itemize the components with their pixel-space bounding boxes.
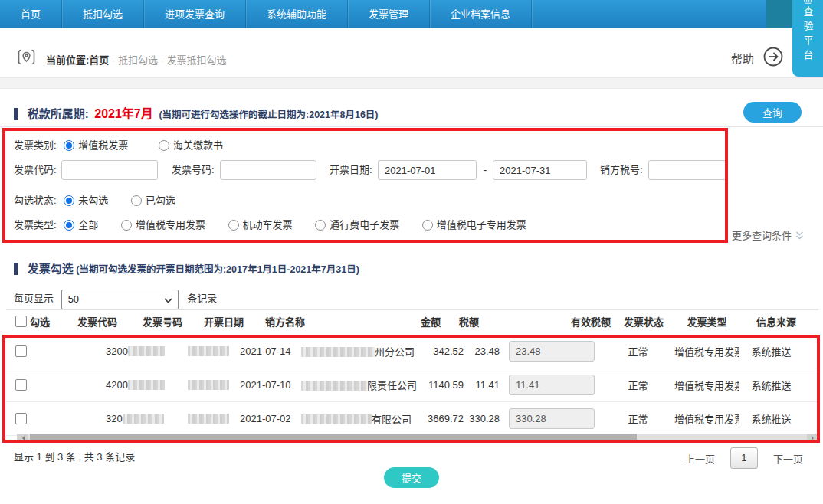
seller-tax-no-input[interactable] — [648, 160, 726, 180]
radio-option-customs-payment[interactable]: 海关缴款书 — [159, 139, 223, 151]
radio-option-unchecked[interactable]: 未勾选 — [64, 195, 108, 206]
row-checkbox[interactable] — [15, 413, 27, 424]
more-conditions-link[interactable]: 更多查询条件 — [732, 227, 805, 242]
radio-option-vat-invoice[interactable]: 增值税发票 — [64, 139, 128, 151]
redacted-seller-name — [301, 381, 367, 391]
nav-item-invoice-mgmt[interactable]: 发票管理 — [348, 0, 430, 28]
invoice-number-label: 发票号码: — [172, 160, 215, 180]
cell-invoice-date: 2021-07-02 — [234, 413, 295, 424]
radio-label: 海关缴款书 — [173, 139, 223, 151]
next-page-button[interactable]: 下一页 — [773, 451, 803, 466]
redacted-invoice-number — [188, 380, 229, 390]
header-effective-tax: 有效税额 — [479, 310, 613, 335]
cell-status: 正常 — [602, 378, 674, 392]
header-info-source: 信息来源 — [739, 310, 813, 335]
invoice-verify-platform-tab[interactable]: 票 查验平台 — [792, 0, 823, 77]
invoice-code-input[interactable] — [61, 160, 158, 180]
table-row: 3200 2021-07-14 州分公司 342.52 23.48 正常 增值税… — [6, 335, 818, 368]
cell-status: 正常 — [602, 344, 674, 358]
effective-tax-input[interactable] — [509, 341, 595, 362]
invoice-date-to-input[interactable] — [493, 160, 587, 180]
radio-label: 已勾选 — [146, 195, 175, 206]
help-arrow-icon[interactable] — [762, 45, 785, 68]
top-nav: 首页 抵扣勾选 进项发票查询 系统辅助功能 发票管理 企业档案信息 — [0, 0, 823, 28]
radio-option-motor-vehicle[interactable]: 机动车发票 — [228, 219, 293, 231]
prev-page-button[interactable]: 上一页 — [685, 451, 715, 466]
date-range-separator: - — [484, 160, 487, 180]
help-label[interactable]: 帮助 — [731, 50, 754, 66]
invoice-date-from-input[interactable] — [378, 160, 477, 180]
invoice-category-row: 发票类别: 增值税发票 海关缴款书 — [14, 136, 815, 155]
select-all-checkbox[interactable] — [15, 316, 27, 327]
redacted-seller-name — [301, 347, 375, 357]
invoice-number-input[interactable] — [220, 160, 316, 180]
radio-option-toll-electronic[interactable]: 通行费电子发票 — [315, 219, 399, 231]
page-number-button[interactable]: 1 — [730, 447, 758, 469]
location-map-icon — [16, 47, 37, 67]
header-invoice-code: 发票代码 — [73, 310, 138, 335]
radio-icon — [422, 220, 433, 231]
invoice-check-note: (当期可勾选发票的开票日期范围为:2017年1月1日-2021年7月31日) — [76, 264, 359, 275]
nav-item-home[interactable]: 首页 — [0, 0, 62, 28]
radio-label: 全部 — [78, 219, 98, 231]
horizontal-scrollbar[interactable] — [17, 434, 818, 442]
check-status-row: 勾选状态: 未勾选 已勾选 — [14, 191, 815, 211]
invoice-date-label: 开票日期: — [330, 160, 372, 180]
nav-item-input-invoice-query[interactable]: 进项发票查询 — [144, 0, 246, 28]
check-status-label: 勾选状态: — [14, 195, 57, 206]
cell-invoice-code-prefix: 320 — [106, 413, 123, 424]
nav-item-company-archive[interactable]: 企业档案信息 — [430, 0, 532, 28]
radio-option-checked[interactable]: 已勾选 — [131, 195, 175, 206]
row-checkbox[interactable] — [15, 379, 27, 391]
breadcrumb-path[interactable]: - 抵扣勾选 - 发票抵扣勾选 — [109, 54, 226, 66]
side-tab-partial-char: 票 — [802, 0, 812, 4]
radio-option-vat-special[interactable]: 增值税专用发票 — [121, 219, 205, 231]
cell-seller-suffix: 州分公司 — [375, 346, 415, 358]
radio-option-all[interactable]: 全部 — [64, 219, 98, 231]
row-checkbox[interactable] — [15, 345, 27, 357]
section-divider-band — [0, 77, 823, 89]
tax-period-title: 税款所属期: — [28, 107, 89, 120]
cell-amount: 342.52 — [421, 345, 464, 357]
effective-tax-input[interactable] — [509, 408, 595, 429]
cell-seller-suffix: 限责任公司 — [367, 380, 417, 391]
cell-tax: 330.28 — [464, 413, 500, 424]
submit-button[interactable]: 提交 — [384, 467, 439, 488]
invoice-check-title: 发票勾选 — [28, 262, 74, 275]
radio-icon — [121, 220, 132, 231]
cell-status: 正常 — [602, 411, 674, 426]
radio-label: 增值税专用发票 — [136, 219, 205, 231]
radio-icon — [315, 220, 326, 231]
radio-option-vat-electronic-special[interactable]: 增值税电子专用发票 — [422, 219, 526, 231]
page-size-value: 50 — [68, 293, 79, 305]
tax-period-section: 税款所属期: 2021年7月 (当期可进行勾选操作的截止日期为:2021年8月1… — [0, 100, 823, 126]
invoice-code-label: 发票代码: — [14, 160, 57, 180]
cell-type: 增值税专用发票 — [674, 411, 739, 426]
page-size-select[interactable]: 50 — [61, 290, 179, 309]
cell-invoice-code-prefix: 4200 — [106, 379, 128, 391]
redacted-seller-name — [301, 414, 372, 424]
invoice-type-label: 发票类型: — [14, 219, 57, 231]
header-invoice-number: 发票号码 — [138, 310, 199, 335]
radio-label: 未勾选 — [78, 195, 108, 206]
page-size-row: 每页显示 50 条记录 — [14, 289, 217, 309]
effective-tax-input[interactable] — [509, 375, 595, 395]
query-button[interactable]: 查询 — [743, 102, 802, 123]
section-marker-bar — [14, 108, 18, 120]
radio-icon — [131, 195, 142, 206]
scrollbar-right-arrow[interactable] — [807, 434, 818, 442]
nav-item-system-aux[interactable]: 系统辅助功能 — [246, 0, 348, 28]
records-suffix-label: 条记录 — [187, 293, 217, 304]
nav-item-deduction-check[interactable]: 抵扣勾选 — [62, 0, 144, 28]
radio-icon — [159, 140, 169, 151]
scrollbar-thumb[interactable] — [30, 434, 637, 442]
redacted-invoice-number — [188, 346, 229, 356]
cell-amount: 3669.72 — [421, 413, 464, 424]
radio-label: 机动车发票 — [243, 219, 293, 231]
app-root: 首页 抵扣勾选 进项发票查询 系统辅助功能 发票管理 企业档案信息 票 查验平台… — [0, 0, 823, 504]
cell-source: 系统推送 — [739, 378, 803, 392]
scrollbar-left-arrow[interactable] — [17, 434, 28, 442]
breadcrumb-home[interactable]: 首页 — [89, 54, 109, 66]
chevron-double-down-icon — [795, 231, 805, 241]
cell-type: 增值税专用发票 — [674, 344, 739, 358]
